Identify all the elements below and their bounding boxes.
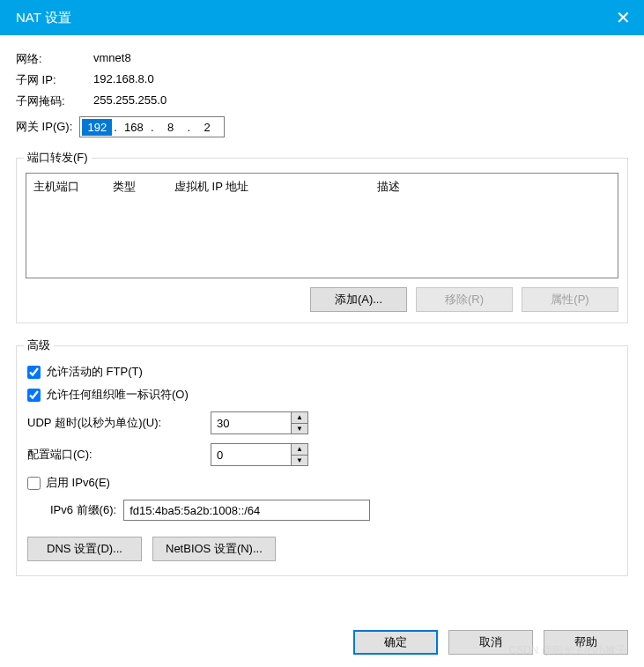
- gateway-label: 网关 IP(G):: [16, 119, 72, 135]
- udp-timeout-field[interactable]: [211, 412, 291, 434]
- dialog-content: 网络: vmnet8 子网 IP: 192.168.8.0 子网掩码: 255.…: [0, 35, 644, 576]
- port-forward-fieldset: 端口转发(F) 主机端口 类型 虚拟机 IP 地址 描述 添加(A)... 移除…: [16, 150, 628, 323]
- ipv6-prefix-input[interactable]: [123, 500, 370, 521]
- ip-separator: .: [112, 121, 119, 134]
- col-desc: 描述: [377, 179, 611, 195]
- port-forward-header: 主机端口 类型 虚拟机 IP 地址 描述: [26, 174, 618, 200]
- titlebar: NAT 设置 ✕: [0, 0, 644, 35]
- col-type: 类型: [113, 179, 174, 195]
- port-forward-legend: 端口转发(F): [24, 150, 92, 166]
- network-value: vmnet8: [93, 51, 628, 67]
- allow-ftp-checkbox[interactable]: [27, 366, 41, 379]
- config-port-input[interactable]: ▲ ▼: [211, 443, 308, 466]
- gateway-octet-4[interactable]: [192, 119, 222, 136]
- udp-timeout-input[interactable]: ▲ ▼: [211, 411, 308, 434]
- allow-oui-label: 允许任何组织唯一标识符(O): [46, 387, 189, 403]
- advanced-legend: 高级: [24, 337, 54, 353]
- udp-timeout-up-icon[interactable]: ▲: [292, 412, 307, 423]
- enable-ipv6-checkbox[interactable]: [27, 477, 41, 490]
- gateway-ip-input[interactable]: . . .: [79, 116, 225, 137]
- add-button[interactable]: 添加(A)...: [310, 287, 407, 312]
- gateway-octet-1[interactable]: [82, 119, 112, 136]
- advanced-fieldset: 高级 允许活动的 FTP(T) 允许任何组织唯一标识符(O) UDP 超时(以秒…: [16, 337, 628, 576]
- subnet-mask-label: 子网掩码:: [16, 93, 86, 109]
- allow-oui-checkbox[interactable]: [27, 389, 41, 402]
- config-port-label: 配置端口(C):: [27, 447, 204, 463]
- dns-settings-button[interactable]: DNS 设置(D)...: [27, 537, 142, 561]
- udp-timeout-label: UDP 超时(以秒为单位)(U):: [27, 415, 204, 431]
- config-port-up-icon[interactable]: ▲: [292, 444, 307, 455]
- network-info-grid: 网络: vmnet8 子网 IP: 192.168.8.0 子网掩码: 255.…: [16, 51, 628, 109]
- help-button[interactable]: 帮助: [544, 630, 628, 655]
- udp-timeout-down-icon[interactable]: ▼: [292, 423, 307, 434]
- config-port-down-icon[interactable]: ▼: [292, 455, 307, 465]
- gateway-octet-3[interactable]: [156, 119, 186, 136]
- enable-ipv6-label: 启用 IPv6(E): [46, 475, 110, 491]
- cancel-button[interactable]: 取消: [448, 630, 533, 655]
- allow-ftp-label: 允许活动的 FTP(T): [46, 364, 143, 380]
- ipv6-prefix-label: IPv6 前缀(6):: [50, 502, 116, 518]
- gateway-row: 网关 IP(G): . . .: [16, 116, 628, 137]
- port-forward-actions: 添加(A)... 移除(R) 属性(P): [26, 287, 618, 312]
- subnet-mask-value: 255.255.255.0: [93, 93, 628, 109]
- ok-button[interactable]: 确定: [353, 630, 438, 655]
- netbios-settings-button[interactable]: NetBIOS 设置(N)...: [152, 537, 276, 561]
- network-label: 网络:: [16, 51, 86, 67]
- ip-separator: .: [149, 121, 156, 134]
- port-forward-table[interactable]: 主机端口 类型 虚拟机 IP 地址 描述: [26, 173, 618, 278]
- config-port-field[interactable]: [211, 444, 291, 465]
- dialog-footer: 确定 取消 帮助: [353, 630, 628, 655]
- col-host-port: 主机端口: [33, 179, 113, 195]
- ip-separator: .: [186, 121, 193, 134]
- close-button[interactable]: ✕: [602, 0, 644, 35]
- col-vm-ip: 虚拟机 IP 地址: [174, 179, 377, 195]
- remove-button: 移除(R): [416, 287, 513, 312]
- titlebar-title: NAT 设置: [16, 10, 71, 26]
- gateway-octet-2[interactable]: [119, 119, 149, 136]
- subnet-ip-value: 192.168.8.0: [93, 72, 628, 88]
- properties-button: 属性(P): [522, 287, 618, 312]
- subnet-ip-label: 子网 IP:: [16, 72, 86, 88]
